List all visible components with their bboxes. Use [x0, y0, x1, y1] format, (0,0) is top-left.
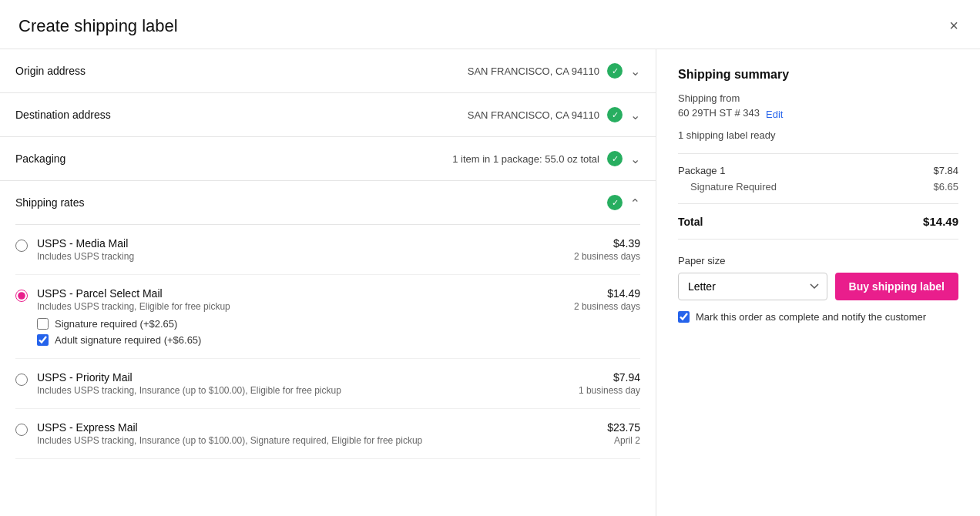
summary-package-price: $7.84: [933, 165, 958, 176]
packaging-value: 1 item in 1 package: 55.0 oz total: [452, 153, 599, 165]
left-panel: Origin address SAN FRANCISCO, CA 94110 ✓…: [0, 49, 656, 516]
destination-chevron-icon: ⌄: [630, 108, 640, 122]
close-button[interactable]: ×: [946, 14, 962, 38]
summary-total-line: Total $14.49: [678, 215, 958, 228]
rate-radio-media-mail[interactable]: [15, 240, 28, 252]
modal-title: Create shipping label: [18, 16, 178, 36]
summary-address: 60 29TH ST # 343: [678, 107, 760, 119]
origin-address-right: SAN FRANCISCO, CA 94110 ✓ ⌄: [468, 63, 640, 79]
checkbox-adult-sig[interactable]: [37, 334, 49, 346]
summary-signature-line: Signature Required $6.65: [678, 181, 958, 193]
rate-price-express-mail: $23.75 April 2: [607, 421, 640, 446]
option-label-adult-sig: Adult signature required (+$6.65): [55, 334, 201, 346]
rates-chevron-icon: ⌄: [630, 196, 640, 210]
shipping-rates-section: Shipping rates ✓ ⌄ USPS - Media Mail Inc…: [0, 181, 656, 459]
modal-overlay: Create shipping label × Origin address S…: [0, 0, 980, 516]
checkbox-sig-required[interactable]: [37, 318, 49, 330]
summary-title: Shipping summary: [678, 68, 958, 82]
origin-check-icon: ✓: [607, 63, 623, 79]
destination-address-header[interactable]: Destination address SAN FRANCISCO, CA 94…: [15, 93, 640, 136]
mark-complete-row: Mark this order as complete and notify t…: [678, 311, 958, 323]
summary-total-price: $14.49: [923, 215, 958, 228]
rate-name-media-mail: USPS - Media Mail: [37, 237, 565, 250]
destination-check-icon: ✓: [607, 107, 623, 122]
rate-days-express-mail: April 2: [607, 435, 640, 446]
rate-days-media-mail: 2 business days: [574, 251, 640, 262]
destination-address-value: SAN FRANCISCO, CA 94110: [468, 109, 599, 121]
rates-check-icon: ✓: [607, 195, 623, 210]
modal-header: Create shipping label ×: [0, 0, 980, 49]
packaging-header[interactable]: Packaging 1 item in 1 package: 55.0 oz t…: [15, 137, 640, 180]
rate-desc-priority-mail: Includes USPS tracking, Insurance (up to…: [37, 385, 569, 396]
option-label-sig-required: Signature required (+$2.65): [55, 318, 177, 330]
summary-ready: 1 shipping label ready: [678, 129, 958, 141]
summary-package-line: Package 1 $7.84: [678, 165, 958, 176]
summary-divider-top: [678, 153, 958, 154]
rate-days-priority-mail: 1 business day: [579, 385, 640, 396]
rate-options-parcel-select: Signature required (+$2.65) Adult signat…: [37, 318, 565, 346]
right-panel: Shipping summary Shipping from 60 29TH S…: [656, 49, 980, 516]
summary-total-label: Total: [678, 216, 703, 228]
origin-address-row: Origin address SAN FRANCISCO, CA 94110 ✓…: [0, 49, 656, 93]
option-row-adult-sig: Adult signature required (+$6.65): [37, 334, 565, 346]
origin-address-label: Origin address: [15, 65, 86, 77]
rate-price-media-mail: $4.39 2 business days: [574, 237, 640, 262]
rate-price-priority-mail: $7.94 1 business day: [579, 371, 640, 396]
paper-size-section: Paper size Letter 4x6 Buy shipping label: [678, 255, 958, 300]
rate-info-media-mail: USPS - Media Mail Includes USPS tracking: [37, 237, 565, 262]
destination-address-row: Destination address SAN FRANCISCO, CA 94…: [0, 93, 656, 137]
rate-name-express-mail: USPS - Express Mail: [37, 421, 598, 434]
summary-signature-label: Signature Required: [690, 181, 777, 193]
rate-name-parcel-select: USPS - Parcel Select Mail: [37, 287, 565, 300]
mark-complete-checkbox[interactable]: [678, 311, 690, 323]
origin-chevron-icon: ⌄: [630, 64, 640, 79]
rate-amount-priority-mail: $7.94: [579, 371, 640, 384]
rate-info-express-mail: USPS - Express Mail Includes USPS tracki…: [37, 421, 598, 446]
summary-divider-bottom: [678, 203, 958, 204]
rate-radio-parcel-select[interactable]: [15, 290, 28, 302]
rate-name-priority-mail: USPS - Priority Mail: [37, 371, 569, 384]
origin-address-value: SAN FRANCISCO, CA 94110: [468, 65, 599, 77]
rate-desc-media-mail: Includes USPS tracking: [37, 251, 565, 262]
rate-item-priority-mail: USPS - Priority Mail Includes USPS track…: [15, 359, 640, 409]
rate-info-parcel-select: USPS - Parcel Select Mail Includes USPS …: [37, 287, 565, 346]
summary-address-line: 60 29TH ST # 343 Edit: [678, 107, 958, 122]
summary-divider-after-total: [678, 239, 958, 240]
rate-amount-express-mail: $23.75: [607, 421, 640, 434]
mark-complete-label: Mark this order as complete and notify t…: [696, 311, 926, 323]
packaging-row: Packaging 1 item in 1 package: 55.0 oz t…: [0, 137, 656, 181]
rate-days-parcel-select: 2 business days: [574, 301, 640, 312]
paper-size-row: Letter 4x6 Buy shipping label: [678, 273, 958, 300]
rates-header-right: ✓ ⌄: [607, 195, 640, 210]
rate-item-parcel-select: USPS - Parcel Select Mail Includes USPS …: [15, 275, 640, 359]
rate-price-parcel-select: $14.49 2 business days: [574, 287, 640, 312]
paper-size-label: Paper size: [678, 255, 958, 266]
rate-radio-priority-mail[interactable]: [15, 374, 28, 386]
modal-body: Origin address SAN FRANCISCO, CA 94110 ✓…: [0, 49, 980, 516]
edit-link[interactable]: Edit: [766, 109, 783, 120]
option-row-sig-required: Signature required (+$2.65): [37, 318, 565, 330]
rate-radio-express-mail[interactable]: [15, 424, 28, 436]
rates-header: Shipping rates ✓ ⌄: [15, 181, 640, 225]
summary-package-label: Package 1: [678, 165, 725, 176]
rate-desc-parcel-select: Includes USPS tracking, Eligible for fre…: [37, 301, 565, 312]
rate-desc-express-mail: Includes USPS tracking, Insurance (up to…: [37, 435, 598, 446]
packaging-right: 1 item in 1 package: 55.0 oz total ✓ ⌄: [452, 151, 640, 166]
origin-address-header[interactable]: Origin address SAN FRANCISCO, CA 94110 ✓…: [15, 49, 640, 92]
buy-shipping-label-button[interactable]: Buy shipping label: [835, 273, 958, 300]
rate-item-media-mail: USPS - Media Mail Includes USPS tracking…: [15, 225, 640, 275]
packaging-label: Packaging: [15, 152, 65, 165]
summary-from-label: Shipping from: [678, 92, 958, 104]
packaging-check-icon: ✓: [607, 151, 623, 166]
rate-amount-parcel-select: $14.49: [574, 287, 640, 300]
rate-item-express-mail: USPS - Express Mail Includes USPS tracki…: [15, 409, 640, 459]
packaging-chevron-icon: ⌄: [630, 152, 640, 166]
destination-address-label: Destination address: [15, 109, 111, 121]
rate-amount-media-mail: $4.39: [574, 237, 640, 250]
rates-title: Shipping rates: [15, 196, 85, 209]
paper-size-select[interactable]: Letter 4x6: [678, 273, 827, 300]
rate-info-priority-mail: USPS - Priority Mail Includes USPS track…: [37, 371, 569, 396]
summary-signature-price: $6.65: [933, 181, 958, 193]
destination-address-right: SAN FRANCISCO, CA 94110 ✓ ⌄: [468, 107, 640, 122]
